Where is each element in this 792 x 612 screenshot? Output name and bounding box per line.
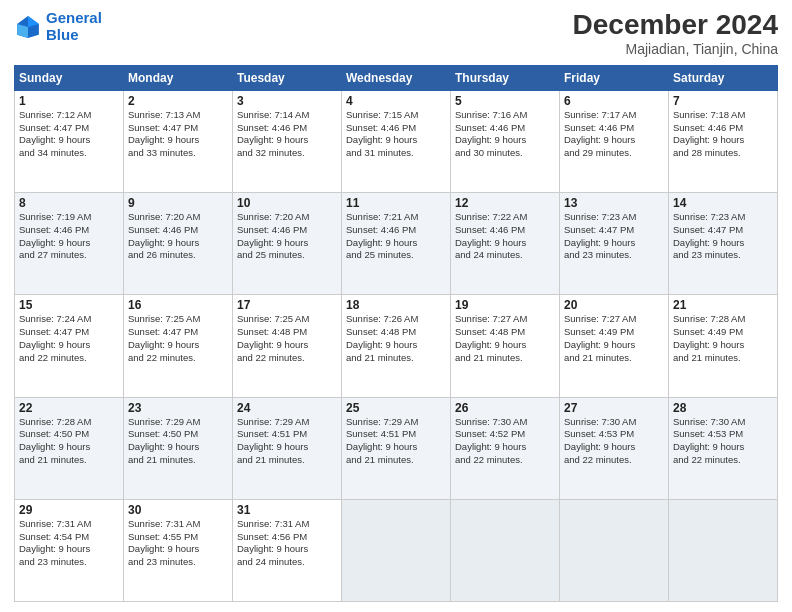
logo-text: General Blue xyxy=(46,10,102,43)
day-number: 11 xyxy=(346,196,446,210)
day-info: Sunrise: 7:19 AM Sunset: 4:46 PM Dayligh… xyxy=(19,211,119,262)
day-info: Sunrise: 7:23 AM Sunset: 4:47 PM Dayligh… xyxy=(564,211,664,262)
day-number: 27 xyxy=(564,401,664,415)
day-number: 20 xyxy=(564,298,664,312)
day-number: 29 xyxy=(19,503,119,517)
day-info: Sunrise: 7:22 AM Sunset: 4:46 PM Dayligh… xyxy=(455,211,555,262)
day-info: Sunrise: 7:30 AM Sunset: 4:53 PM Dayligh… xyxy=(673,416,773,467)
day-number: 22 xyxy=(19,401,119,415)
day-number: 31 xyxy=(237,503,337,517)
day-info: Sunrise: 7:28 AM Sunset: 4:50 PM Dayligh… xyxy=(19,416,119,467)
day-info: Sunrise: 7:12 AM Sunset: 4:47 PM Dayligh… xyxy=(19,109,119,160)
day-number: 25 xyxy=(346,401,446,415)
day-info: Sunrise: 7:29 AM Sunset: 4:51 PM Dayligh… xyxy=(237,416,337,467)
day-info: Sunrise: 7:26 AM Sunset: 4:48 PM Dayligh… xyxy=(346,313,446,364)
day-number: 2 xyxy=(128,94,228,108)
day-number: 26 xyxy=(455,401,555,415)
day-info: Sunrise: 7:21 AM Sunset: 4:46 PM Dayligh… xyxy=(346,211,446,262)
calendar-cell: 3Sunrise: 7:14 AM Sunset: 4:46 PM Daylig… xyxy=(233,90,342,192)
day-number: 5 xyxy=(455,94,555,108)
day-number: 8 xyxy=(19,196,119,210)
calendar-cell: 11Sunrise: 7:21 AM Sunset: 4:46 PM Dayli… xyxy=(342,193,451,295)
day-number: 30 xyxy=(128,503,228,517)
calendar-cell xyxy=(560,499,669,601)
calendar-cell: 15Sunrise: 7:24 AM Sunset: 4:47 PM Dayli… xyxy=(15,295,124,397)
day-info: Sunrise: 7:30 AM Sunset: 4:53 PM Dayligh… xyxy=(564,416,664,467)
day-info: Sunrise: 7:25 AM Sunset: 4:47 PM Dayligh… xyxy=(128,313,228,364)
calendar-cell: 31Sunrise: 7:31 AM Sunset: 4:56 PM Dayli… xyxy=(233,499,342,601)
day-info: Sunrise: 7:29 AM Sunset: 4:50 PM Dayligh… xyxy=(128,416,228,467)
day-of-week-header: Saturday xyxy=(669,65,778,90)
day-number: 10 xyxy=(237,196,337,210)
calendar-cell: 27Sunrise: 7:30 AM Sunset: 4:53 PM Dayli… xyxy=(560,397,669,499)
day-number: 12 xyxy=(455,196,555,210)
day-info: Sunrise: 7:25 AM Sunset: 4:48 PM Dayligh… xyxy=(237,313,337,364)
day-number: 16 xyxy=(128,298,228,312)
day-number: 18 xyxy=(346,298,446,312)
calendar-cell: 7Sunrise: 7:18 AM Sunset: 4:46 PM Daylig… xyxy=(669,90,778,192)
calendar-cell: 4Sunrise: 7:15 AM Sunset: 4:46 PM Daylig… xyxy=(342,90,451,192)
day-number: 6 xyxy=(564,94,664,108)
day-number: 13 xyxy=(564,196,664,210)
day-info: Sunrise: 7:27 AM Sunset: 4:49 PM Dayligh… xyxy=(564,313,664,364)
day-number: 1 xyxy=(19,94,119,108)
day-info: Sunrise: 7:27 AM Sunset: 4:48 PM Dayligh… xyxy=(455,313,555,364)
calendar-cell: 12Sunrise: 7:22 AM Sunset: 4:46 PM Dayli… xyxy=(451,193,560,295)
day-info: Sunrise: 7:31 AM Sunset: 4:54 PM Dayligh… xyxy=(19,518,119,569)
calendar-week-row: 15Sunrise: 7:24 AM Sunset: 4:47 PM Dayli… xyxy=(15,295,778,397)
calendar-cell xyxy=(451,499,560,601)
calendar-cell: 17Sunrise: 7:25 AM Sunset: 4:48 PM Dayli… xyxy=(233,295,342,397)
day-of-week-header: Friday xyxy=(560,65,669,90)
day-number: 21 xyxy=(673,298,773,312)
day-info: Sunrise: 7:17 AM Sunset: 4:46 PM Dayligh… xyxy=(564,109,664,160)
calendar-week-row: 29Sunrise: 7:31 AM Sunset: 4:54 PM Dayli… xyxy=(15,499,778,601)
day-info: Sunrise: 7:31 AM Sunset: 4:56 PM Dayligh… xyxy=(237,518,337,569)
day-info: Sunrise: 7:28 AM Sunset: 4:49 PM Dayligh… xyxy=(673,313,773,364)
calendar-cell: 20Sunrise: 7:27 AM Sunset: 4:49 PM Dayli… xyxy=(560,295,669,397)
calendar-cell: 9Sunrise: 7:20 AM Sunset: 4:46 PM Daylig… xyxy=(124,193,233,295)
calendar-cell: 25Sunrise: 7:29 AM Sunset: 4:51 PM Dayli… xyxy=(342,397,451,499)
day-info: Sunrise: 7:20 AM Sunset: 4:46 PM Dayligh… xyxy=(237,211,337,262)
calendar-cell: 13Sunrise: 7:23 AM Sunset: 4:47 PM Dayli… xyxy=(560,193,669,295)
calendar-cell: 22Sunrise: 7:28 AM Sunset: 4:50 PM Dayli… xyxy=(15,397,124,499)
page: General Blue December 2024 Majiadian, Ti… xyxy=(0,0,792,612)
calendar-cell xyxy=(669,499,778,601)
calendar-cell: 23Sunrise: 7:29 AM Sunset: 4:50 PM Dayli… xyxy=(124,397,233,499)
calendar-week-row: 22Sunrise: 7:28 AM Sunset: 4:50 PM Dayli… xyxy=(15,397,778,499)
calendar-cell: 26Sunrise: 7:30 AM Sunset: 4:52 PM Dayli… xyxy=(451,397,560,499)
day-number: 15 xyxy=(19,298,119,312)
day-of-week-header: Thursday xyxy=(451,65,560,90)
day-info: Sunrise: 7:24 AM Sunset: 4:47 PM Dayligh… xyxy=(19,313,119,364)
calendar-cell: 8Sunrise: 7:19 AM Sunset: 4:46 PM Daylig… xyxy=(15,193,124,295)
calendar-cell xyxy=(342,499,451,601)
day-of-week-header: Monday xyxy=(124,65,233,90)
day-number: 3 xyxy=(237,94,337,108)
day-info: Sunrise: 7:16 AM Sunset: 4:46 PM Dayligh… xyxy=(455,109,555,160)
calendar-cell: 2Sunrise: 7:13 AM Sunset: 4:47 PM Daylig… xyxy=(124,90,233,192)
day-number: 7 xyxy=(673,94,773,108)
day-info: Sunrise: 7:14 AM Sunset: 4:46 PM Dayligh… xyxy=(237,109,337,160)
day-of-week-header: Sunday xyxy=(15,65,124,90)
day-info: Sunrise: 7:30 AM Sunset: 4:52 PM Dayligh… xyxy=(455,416,555,467)
day-number: 24 xyxy=(237,401,337,415)
day-number: 9 xyxy=(128,196,228,210)
day-number: 19 xyxy=(455,298,555,312)
calendar-cell: 6Sunrise: 7:17 AM Sunset: 4:46 PM Daylig… xyxy=(560,90,669,192)
day-info: Sunrise: 7:29 AM Sunset: 4:51 PM Dayligh… xyxy=(346,416,446,467)
subtitle: Majiadian, Tianjin, China xyxy=(573,41,778,57)
calendar-cell: 30Sunrise: 7:31 AM Sunset: 4:55 PM Dayli… xyxy=(124,499,233,601)
calendar-cell: 1Sunrise: 7:12 AM Sunset: 4:47 PM Daylig… xyxy=(15,90,124,192)
calendar-cell: 18Sunrise: 7:26 AM Sunset: 4:48 PM Dayli… xyxy=(342,295,451,397)
day-number: 14 xyxy=(673,196,773,210)
day-info: Sunrise: 7:20 AM Sunset: 4:46 PM Dayligh… xyxy=(128,211,228,262)
calendar-header-row: SundayMondayTuesdayWednesdayThursdayFrid… xyxy=(15,65,778,90)
calendar-cell: 16Sunrise: 7:25 AM Sunset: 4:47 PM Dayli… xyxy=(124,295,233,397)
day-number: 4 xyxy=(346,94,446,108)
logo-icon xyxy=(14,13,42,41)
calendar-cell: 28Sunrise: 7:30 AM Sunset: 4:53 PM Dayli… xyxy=(669,397,778,499)
day-of-week-header: Wednesday xyxy=(342,65,451,90)
calendar-cell: 19Sunrise: 7:27 AM Sunset: 4:48 PM Dayli… xyxy=(451,295,560,397)
calendar-cell: 24Sunrise: 7:29 AM Sunset: 4:51 PM Dayli… xyxy=(233,397,342,499)
day-info: Sunrise: 7:13 AM Sunset: 4:47 PM Dayligh… xyxy=(128,109,228,160)
calendar: SundayMondayTuesdayWednesdayThursdayFrid… xyxy=(14,65,778,602)
